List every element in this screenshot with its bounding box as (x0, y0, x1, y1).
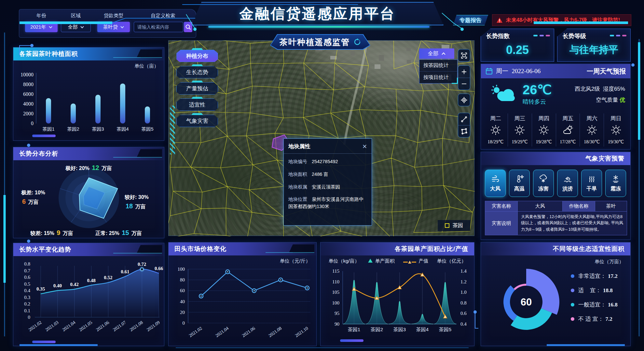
svg-text:2021.02: 2021.02 (188, 326, 203, 338)
svg-text:2021.06: 2021.06 (95, 320, 110, 332)
svg-text:60: 60 (521, 296, 532, 308)
map-banner: 茶叶种植遥感监管 (270, 34, 370, 50)
tool-group (458, 65, 470, 90)
map-mode-2[interactable]: 产量预估 (176, 82, 218, 95)
svg-text:95: 95 (335, 311, 339, 316)
year-label: 年份 (25, 13, 58, 19)
forecast-day-3: 周五 17/28℃ (556, 113, 580, 147)
disaster-name: 大风 (518, 201, 563, 212)
search-input[interactable] (134, 22, 183, 32)
svg-text:100: 100 (332, 300, 340, 306)
disaster-type-wind[interactable]: 大风 (485, 170, 506, 197)
map-left-decoration (170, 106, 175, 154)
legend-swatch (571, 274, 574, 278)
donut-legend: 非常适宜：17.2 适 宜：18.8 一般适宜：16.8 不 适 宜：7.2 (571, 272, 618, 330)
refresh-icon[interactable] (354, 38, 361, 46)
panel-weather: 周一 2022-06-06 一周天气预报 26℃ 晴转多云 西北风2级 湿度65… (481, 64, 631, 150)
radar-label-worst: 极差: 10%6 万亩 (21, 189, 45, 206)
map-mode-3[interactable]: 适宜性 (176, 98, 218, 111)
freeze-icon (539, 175, 548, 183)
filter-region: 区域 全部 (61, 13, 91, 32)
panel-title: 各茶园单产面积占比/产值 (321, 242, 474, 255)
filter-loan: 贷款类型 茶叶贷 (97, 13, 130, 32)
map-mode-0[interactable]: 种植分布 (176, 50, 218, 62)
disaster-type-frost[interactable]: 霜冻 (605, 170, 626, 197)
disaster-type-freeze[interactable]: 冻害 (533, 170, 554, 197)
scroll-thumb[interactable] (32, 135, 56, 137)
crop-name: 茶叶 (595, 201, 627, 212)
svg-text:2021.03: 2021.03 (45, 320, 60, 332)
popup-title: 地块属性 (288, 143, 310, 150)
unit-label: 单位（元/斤） (280, 258, 310, 264)
svg-text:2021.06: 2021.06 (241, 326, 256, 338)
legend-item-3: 不 适 宜：7.2 (571, 315, 618, 323)
map-mode-4[interactable]: 气象灾害 (176, 115, 218, 127)
trend-line-chart: 0.80.70.60.50.40.30.20.100.350.400.420.4… (15, 259, 164, 341)
filter-panel: 年份 2021年 区域 全部 贷款类型 茶叶贷 自定义检索 (19, 9, 196, 38)
zoom-out-button[interactable] (458, 78, 470, 90)
svg-text:0.4: 0.4 (24, 288, 30, 293)
dropdown-option-1[interactable]: 按项目统计 (419, 72, 457, 83)
svg-text:90: 90 (335, 321, 339, 327)
locate-button[interactable] (458, 94, 470, 106)
panel-market-price: 田头市场价格变化 单位（元/斤） 1008060402002021.022021… (168, 242, 317, 346)
panel-plant-area: 各茶园茶叶种植面积 单位（亩） 1000080006000400020000茶园… (13, 47, 164, 141)
measure-area-button[interactable] (458, 125, 470, 137)
scroll-thumb[interactable] (340, 339, 363, 342)
svg-text:茶园3: 茶园3 (393, 327, 406, 332)
alert-text: 未来48小时有大风预警，风力6-7级，请注意防范! (506, 17, 620, 24)
measure-line-button[interactable] (458, 113, 470, 125)
svg-text:2021.04: 2021.04 (214, 326, 229, 338)
stat-dropdown[interactable]: 全部 (419, 48, 454, 59)
svg-text:110: 110 (332, 279, 339, 284)
zoom-in-icon (460, 68, 468, 75)
measure-line-icon (460, 116, 468, 123)
mode-tab-decoration (191, 48, 203, 50)
price-line-chart: 1008060402002021.022021.042021.062021.08… (170, 264, 316, 345)
filter-year: 年份 2021年 (25, 13, 58, 32)
loan-select[interactable]: 茶叶贷 (97, 22, 130, 32)
legend-swatch (571, 317, 574, 321)
disaster-type-drought[interactable]: 干旱 (581, 170, 602, 197)
zoom-in-button[interactable] (458, 66, 470, 78)
title-underline (208, 26, 430, 28)
growth-level-value: 与往年持平 (557, 43, 630, 57)
svg-text:0: 0 (28, 315, 31, 320)
panel-title: 一周天气预报 (587, 67, 626, 76)
scroll-thumb[interactable] (32, 341, 56, 343)
sunny-icon (514, 124, 526, 137)
legend-item-2: 一般适宜：16.8 (571, 301, 618, 308)
tool-group (458, 113, 470, 137)
alert-banner: 未来48小时有大风预警，风力6-7级，请注意防范! (492, 14, 631, 26)
growth-index-card: 长势指数 0.25 (481, 29, 554, 62)
svg-text:茶园3: 茶园3 (92, 126, 104, 132)
svg-text:20: 20 (180, 310, 185, 315)
flood-icon (563, 175, 572, 183)
svg-text:2021.10: 2021.10 (294, 326, 309, 338)
disaster-type-heat[interactable]: 高温 (509, 170, 530, 197)
filter-search: 自定义检索 (134, 13, 192, 32)
legend-swatch (571, 303, 574, 306)
panel-suitability: 不同等级生态适宜性面积 单位（万亩） 60 非常适宜：17.2 适 宜：18.8… (481, 242, 631, 346)
popup-field-1: 地块面积2486 亩 (288, 171, 367, 178)
svg-text:0.7: 0.7 (24, 268, 30, 273)
map-mode-1[interactable]: 生长态势 (176, 66, 218, 78)
disaster-table: 灾害名称 大风 作物名称 茶叶 灾害说明 大风黄色预警，12小时内可能受大风影响… (485, 201, 627, 235)
disaster-type-flood[interactable]: 洪涝 (557, 170, 578, 197)
close-icon[interactable]: ✕ (362, 144, 367, 150)
tea-parcel-swatch (445, 223, 449, 228)
search-label: 自定义检索 (134, 13, 192, 19)
fullscreen-button[interactable] (458, 49, 470, 61)
forecast-day-1: 周三 19/29℃ (508, 113, 532, 147)
forecast-day-4: 周六 18/30℃ (580, 113, 604, 147)
report-button[interactable]: 专题报告 (453, 15, 488, 25)
panel-title: 气象灾害预警 (481, 152, 630, 165)
svg-text:8000: 8000 (23, 82, 34, 87)
satellite-map[interactable]: 茶叶种植遥感监管 种植分布 生长态势 产量预估 适宜性 气象灾害 全部 按茶园统… (168, 40, 474, 236)
region-select[interactable]: 全部 (61, 22, 91, 32)
panel-yield-value: 各茶园单产面积占比/产值 单位（kg/亩） 单产面积 产值 单位（亿元） 115… (320, 242, 474, 346)
year-select[interactable]: 2021年 (25, 22, 58, 32)
dropdown-option-0[interactable]: 按茶园统计 (419, 60, 457, 72)
search-button[interactable] (184, 22, 192, 32)
forecast-day-0: 周二 18/29℃ (484, 113, 508, 147)
